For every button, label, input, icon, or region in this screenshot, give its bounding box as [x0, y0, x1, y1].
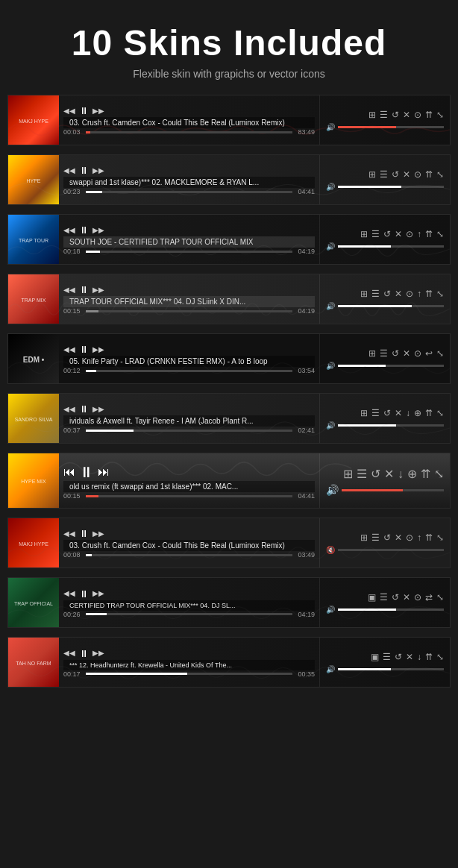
progress-bar-1[interactable]: [86, 131, 292, 133]
progress-fill-7: [86, 495, 98, 497]
progress-fill-5: [86, 370, 96, 372]
art-label-7: HYPE MIX: [8, 453, 59, 509]
progress-bar-7[interactable]: [86, 495, 292, 497]
progress-bar-9[interactable]: [86, 613, 292, 615]
progress-bar-2[interactable]: [86, 191, 292, 193]
page-title: 10 Skins Included: [15, 22, 443, 63]
app-container: 10 Skins Included Flexible skin with gra…: [0, 0, 458, 702]
page-subtitle: Flexible skin with grapichs or vector ic…: [15, 68, 443, 80]
prev-btn-5[interactable]: ◀◀: [63, 346, 75, 353]
progress-bar-4[interactable]: [86, 310, 292, 312]
next-btn-4[interactable]: ▶▶: [92, 286, 104, 294]
progress-bar-8[interactable]: [86, 554, 292, 556]
prev-btn-10[interactable]: ◀◀: [63, 650, 75, 657]
vol-row-7: 🔊: [326, 484, 444, 496]
list-icon-7[interactable]: ☰: [357, 467, 367, 481]
progress-fill-10: [86, 673, 187, 675]
waveform-10: [8, 657, 450, 687]
waveform-1: [8, 115, 450, 145]
prev-btn-9[interactable]: ◀◀: [63, 590, 75, 597]
progress-bar-3[interactable]: [86, 251, 292, 253]
time-row-7: 00:15 04:41: [63, 492, 315, 500]
prev-btn-1[interactable]: ◀◀: [63, 107, 75, 115]
progress-fill-4: [86, 310, 98, 312]
vol-fill-7: [342, 489, 403, 491]
prev-btn-6[interactable]: ◀◀: [63, 406, 75, 413]
waveform-7: [59, 453, 351, 483]
next-btn-2[interactable]: ▶▶: [92, 167, 104, 174]
waveform-3: [8, 234, 450, 264]
player-4: TRAP MIX ◀◀ ⏸ ▶▶ TRAP TOUR OFFICIAL MIX*…: [7, 274, 451, 324]
prev-btn-8[interactable]: ◀◀: [63, 530, 75, 538]
vol-bar-7[interactable]: [342, 489, 444, 491]
next-btn-3[interactable]: ▶▶: [92, 227, 104, 234]
waveform-2: [8, 174, 450, 204]
shuffle-icon-7[interactable]: ✕: [384, 467, 394, 481]
waveform-9: [8, 597, 450, 627]
repeat-icon-7[interactable]: ↺: [371, 467, 380, 481]
progress-fill-9: [86, 613, 107, 615]
progress-fill-1: [86, 131, 90, 133]
player-9: TRAP OFFICIAL ◀◀ ⏸ ▶▶ CERTIFIED TRAP TOU…: [7, 577, 451, 628]
player-2: HYPE ◀◀ ⏸ ▶▶ swappi and 1st klase)*** 02…: [7, 154, 451, 205]
next-btn-6[interactable]: ▶▶: [92, 406, 104, 413]
next-btn-1[interactable]: ▶▶: [92, 107, 104, 115]
time-current-7: 00:15: [63, 492, 83, 500]
waveform-5: [8, 353, 450, 383]
progress-fill-2: [86, 191, 102, 193]
share-icon-7[interactable]: ⇈: [421, 467, 430, 481]
time-total-7: 04:41: [295, 492, 315, 500]
prev-btn-3[interactable]: ◀◀: [63, 227, 75, 234]
upload-icon-7[interactable]: ⊕: [407, 467, 417, 481]
download-icon-7[interactable]: ↓: [398, 468, 404, 481]
prev-btn-4[interactable]: ◀◀: [63, 286, 75, 294]
prev-btn-2[interactable]: ◀◀: [63, 167, 75, 174]
player-5: EDM • ◀◀ ⏸ ▶▶ 05. Knife Party - LRAD (CR…: [7, 333, 451, 384]
expand-icon-7[interactable]: ⤡: [434, 467, 444, 481]
vol-icon-7[interactable]: 🔊: [326, 484, 339, 496]
player-3: TRAP TOUR ◀◀ ⏸ ▶▶ SOUTH JOE - CERTIFIED …: [7, 214, 451, 265]
players-list: MAKJ HYPE ◀◀ ⏸ ▶▶ 03. Crush ft. Camden C…: [0, 95, 458, 702]
waveform-6: [8, 413, 450, 443]
progress-bar-6[interactable]: [86, 430, 292, 432]
progress-fill-6: [86, 430, 134, 432]
next-btn-9[interactable]: ▶▶: [92, 590, 104, 597]
player-7: HYPE MIX ⏮ ⏸ ⏭ old us remix (ft swappi a…: [7, 453, 451, 509]
next-btn-5[interactable]: ▶▶: [92, 346, 104, 353]
header: 10 Skins Included Flexible skin with gra…: [0, 0, 458, 95]
player-6: SANDRO SILVA ◀◀ ⏸ ▶▶ ividuals & Axwell f…: [7, 393, 451, 444]
progress-fill-8: [86, 554, 92, 556]
player-10: TAH NO FARM ◀◀ ⏸ ▶▶ *** 12. Headhunterz …: [7, 637, 451, 688]
progress-bar-10[interactable]: [86, 673, 292, 675]
progress-fill-3: [86, 251, 100, 253]
progress-bar-5[interactable]: [86, 370, 292, 372]
waveform-4: [8, 294, 450, 324]
album-art-7: HYPE MIX: [8, 453, 59, 509]
player-8: MAKJ HYPE ◀◀ ⏸ ▶▶ 03. Crush ft. Camden C…: [7, 518, 451, 568]
next-btn-10[interactable]: ▶▶: [92, 650, 104, 657]
next-btn-8[interactable]: ▶▶: [92, 530, 104, 538]
player-1: MAKJ HYPE ◀◀ ⏸ ▶▶ 03. Crush ft. Camden C…: [7, 95, 451, 145]
waveform-8: [8, 538, 450, 567]
